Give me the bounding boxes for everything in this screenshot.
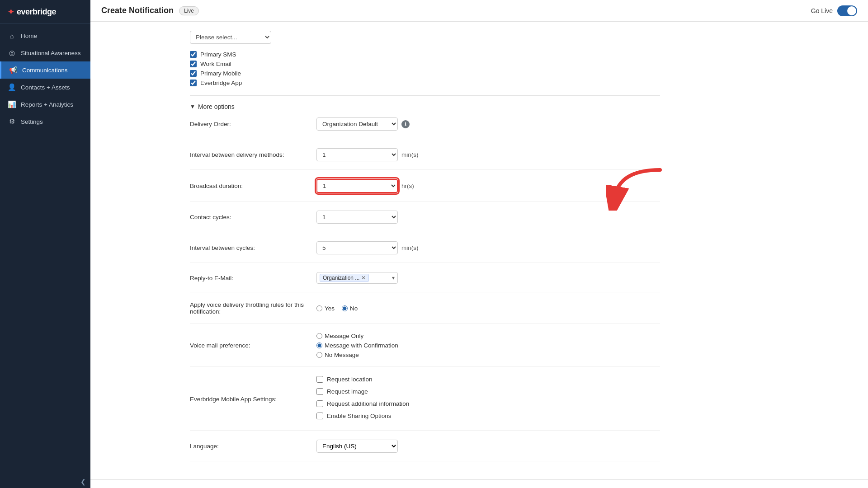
reply-to-email-controls: Organization ... ✕ ▾: [316, 272, 398, 284]
interval-cycles-label: Interval between cycles:: [190, 244, 316, 251]
sidebar-item-home-label: Home: [21, 33, 37, 39]
more-options-toggle[interactable]: ▼ More options: [190, 103, 660, 110]
contact-cycles-label: Contact cycles:: [190, 214, 316, 221]
more-options-label: More options: [198, 103, 235, 110]
delivery-order-row: Delivery Order: Organization Default ℹ: [190, 117, 660, 139]
sidebar-collapse-button[interactable]: ❮: [0, 475, 90, 488]
interval-delivery-row: Interval between delivery methods: 1 min…: [190, 148, 660, 170]
voice-mail-confirmation-label: Message with Confirmation: [325, 342, 398, 349]
voice-mail-radio-group: Message Only Message with Confirmation N…: [316, 333, 398, 358]
interval-delivery-unit: min(s): [401, 151, 419, 158]
mobile-app-checkboxes: Request location Request image Request a…: [316, 376, 409, 422]
sidebar-item-contacts-assets[interactable]: 👤 Contacts + Assets: [0, 79, 90, 96]
everbridge-app-checkbox[interactable]: [190, 80, 197, 86]
sidebar-item-communications[interactable]: 📢 Communications: [0, 61, 90, 79]
contact-cycles-controls: 1: [316, 211, 398, 224]
delivery-order-info-icon[interactable]: ℹ: [401, 120, 410, 128]
red-arrow-annotation: [606, 165, 665, 212]
sidebar-item-home[interactable]: ⌂ Home: [0, 28, 90, 44]
go-live-toggle[interactable]: [837, 5, 857, 16]
broadcast-duration-controls: 1 hr(s): [316, 179, 414, 193]
broadcast-duration-unit: hr(s): [401, 183, 414, 189]
voice-mail-controls: Message Only Message with Confirmation N…: [316, 333, 398, 358]
request-additional-row: Request additional information: [316, 400, 409, 407]
please-select-dropdown[interactable]: Please select...: [190, 31, 271, 44]
sidebar-item-reports-analytics[interactable]: 📊 Reports + Analytics: [0, 96, 90, 113]
voice-throttle-row: Apply voice delivery throttling rules fo…: [190, 301, 660, 324]
request-image-row: Request image: [316, 388, 409, 395]
contact-cycles-select[interactable]: 1: [316, 211, 398, 224]
request-location-checkbox[interactable]: [316, 376, 323, 383]
delivery-order-controls: Organization Default ℹ: [316, 117, 410, 131]
chevron-down-icon: ▼: [190, 103, 195, 110]
sidebar-item-settings[interactable]: ⚙ Settings: [0, 113, 90, 130]
reply-to-tag-text: Organization ...: [323, 275, 359, 281]
delivery-checkboxes: Primary SMS Work Email Primary Mobile Ev…: [190, 51, 660, 86]
voice-throttle-no-label: No: [350, 305, 358, 312]
please-select-area: Please select...: [190, 31, 660, 44]
request-location-row: Request location: [316, 376, 409, 383]
header: Create Notification Live Go Live: [90, 0, 868, 22]
settings-icon: ⚙: [7, 117, 16, 126]
reply-to-email-tag: Organization ... ✕: [320, 274, 369, 282]
reply-to-email-tag-input[interactable]: Organization ... ✕ ▾: [316, 272, 398, 284]
voice-mail-no-message-label: No Message: [325, 352, 359, 358]
voice-mail-message-only-radio[interactable]: [316, 333, 322, 339]
voice-mail-confirmation-row: Message with Confirmation: [316, 342, 398, 349]
sidebar-item-situational-label: Situational Awareness: [21, 50, 81, 56]
delivery-order-label: Delivery Order:: [190, 121, 316, 127]
primary-mobile-label: Primary Mobile: [200, 70, 241, 77]
interval-delivery-label: Interval between delivery methods:: [190, 151, 316, 158]
header-right: Go Live: [811, 5, 857, 16]
request-additional-checkbox[interactable]: [316, 400, 323, 407]
voice-mail-confirmation-radio[interactable]: [316, 343, 322, 348]
logo-text: everbridge: [17, 7, 56, 17]
interval-cycles-row: Interval between cycles: 5 min(s): [190, 241, 660, 263]
request-image-checkbox[interactable]: [316, 388, 323, 395]
home-icon: ⌂: [7, 32, 16, 40]
interval-delivery-select[interactable]: 1: [316, 148, 398, 161]
content-area: Please select... Primary SMS Work Email …: [90, 22, 868, 488]
everbridge-app-row: Everbridge App: [190, 80, 660, 86]
voice-throttle-no-radio[interactable]: [342, 305, 348, 311]
mobile-app-row: Everbridge Mobile App Settings: Request …: [190, 376, 660, 431]
voice-throttle-yes-radio[interactable]: [316, 305, 322, 311]
request-location-label: Request location: [327, 376, 373, 383]
voice-mail-no-message-radio[interactable]: [316, 352, 322, 358]
voice-mail-message-only-row: Message Only: [316, 333, 398, 339]
communications-icon: 📢: [9, 66, 18, 74]
work-email-row: Work Email: [190, 61, 660, 67]
language-row: Language: English (US): [190, 440, 660, 461]
page-title: Create Notification: [101, 6, 174, 15]
voice-mail-row: Voice mail preference: Message Only Mess…: [190, 333, 660, 367]
voice-mail-label: Voice mail preference:: [190, 342, 316, 349]
contact-cycles-row: Contact cycles: 1: [190, 211, 660, 232]
mobile-app-label: Everbridge Mobile App Settings:: [190, 396, 316, 403]
primary-mobile-checkbox[interactable]: [190, 70, 197, 77]
reply-to-email-label: Reply-to E-Mail:: [190, 275, 316, 282]
sidebar-item-settings-label: Settings: [21, 118, 43, 125]
broadcast-duration-row: Broadcast duration: 1 hr(s): [190, 179, 660, 202]
primary-sms-checkbox[interactable]: [190, 51, 197, 58]
reply-to-tag-close[interactable]: ✕: [361, 275, 366, 281]
reply-to-dropdown-icon[interactable]: ▾: [392, 275, 395, 281]
section-divider-1: [190, 95, 660, 96]
delivery-order-select[interactable]: Organization Default: [316, 117, 398, 131]
language-select[interactable]: English (US): [316, 440, 398, 453]
sidebar: ✦ everbridge ⌂ Home ◎ Situational Awaren…: [0, 0, 90, 488]
interval-cycles-unit: min(s): [401, 244, 419, 251]
voice-throttle-no-row: No: [342, 305, 358, 312]
broadcast-duration-select[interactable]: 1: [316, 179, 398, 193]
interval-cycles-select[interactable]: 5: [316, 241, 398, 254]
request-image-label: Request image: [327, 388, 368, 395]
reports-icon: 📊: [7, 100, 16, 108]
collapse-icon: ❮: [80, 478, 86, 485]
enable-sharing-checkbox[interactable]: [316, 413, 323, 419]
header-left: Create Notification Live: [101, 6, 199, 15]
sidebar-item-situational-awareness[interactable]: ◎ Situational Awareness: [0, 44, 90, 61]
voice-throttle-label: Apply voice delivery throttling rules fo…: [190, 301, 316, 315]
mobile-app-controls: Request location Request image Request a…: [316, 376, 409, 422]
send-save-section: Send & Save: [90, 479, 868, 488]
work-email-checkbox[interactable]: [190, 61, 197, 67]
enable-sharing-row: Enable Sharing Options: [316, 413, 409, 419]
